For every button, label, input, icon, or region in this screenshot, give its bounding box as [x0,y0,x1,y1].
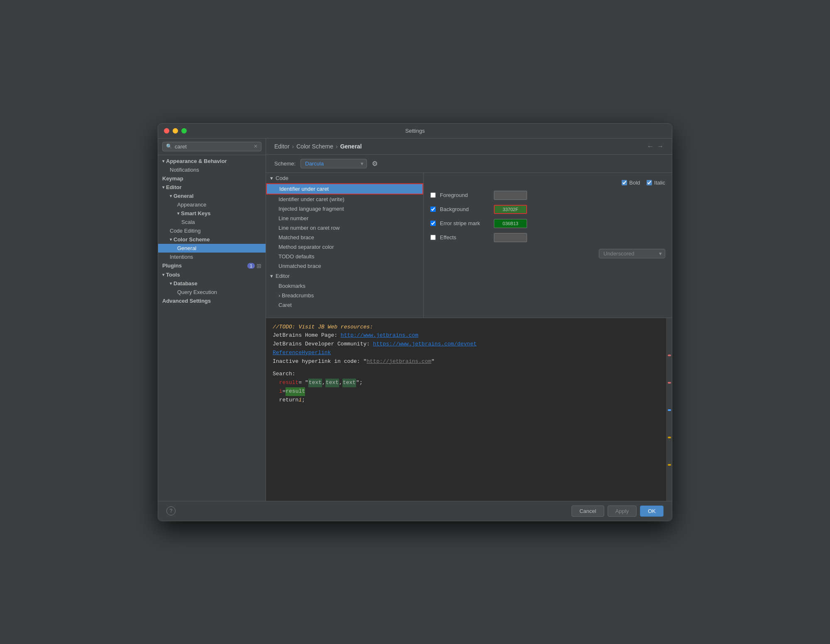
effects-style-select[interactable]: Underscored Dotted line Bold underscored… [599,249,665,258]
sidebar-item-keymap[interactable]: Keymap [158,174,266,183]
tree-list-panel: ▾ Code Identifier under caret Identifier… [266,173,424,318]
underscored-row: Underscored Dotted line Bold underscored… [430,249,665,258]
expand-arrow-tools: ▾ [162,272,164,277]
preview-line-4: ReferenceHyperlink [273,349,659,357]
effects-checkbox[interactable] [430,235,436,240]
background-checkbox[interactable] [430,207,436,212]
sidebar-item-intentions[interactable]: Intentions [158,253,266,261]
sidebar-item-code-editing[interactable]: Code Editing [158,226,266,235]
preview-line-2: JetBrains Home Page: http://www.jetbrain… [273,331,659,340]
apply-button[interactable]: Apply [608,505,637,517]
sidebar-item-advanced-settings[interactable]: Advanced Settings [158,296,266,305]
effects-label: Effects [440,234,490,241]
background-color-box[interactable]: 33702F [494,205,527,214]
minimize-button[interactable] [173,128,178,134]
italic-checkbox[interactable] [647,180,652,185]
search-input[interactable] [175,143,251,150]
tree-list-item-method-sep[interactable]: Method separator color [266,242,423,252]
effects-color-box[interactable] [494,233,527,242]
jb-home-link[interactable]: http://www.jetbrains.com [341,331,418,340]
preview-indent-2 [273,387,279,396]
scheme-row: Scheme: Darcula Default High Contrast ⚙ [266,155,672,173]
bold-checkbox[interactable] [622,180,627,185]
preview-line-7: result = "text, text, text"; [273,379,659,387]
properties-panel: Bold Italic Foreground [424,173,672,318]
tree-list-item-breadcrumbs[interactable]: › Breadcrumbs [266,291,423,300]
sidebar-item-general-color[interactable]: General [158,244,266,253]
sidebar-item-color-scheme[interactable]: ▾ Color Scheme [158,235,266,244]
scrollbar[interactable] [666,318,672,501]
italic-checkbox-item: Italic [647,180,665,186]
reference-hyperlink[interactable]: ReferenceHyperlink [273,349,331,357]
tree-list-item-identifier-caret-write[interactable]: Identifier under caret (write) [266,194,423,204]
sidebar-item-notifications[interactable]: Notifications [158,165,266,174]
preview-line-8: i = result [273,387,659,396]
todo-comment: //TODO: Visit JB Web resources: [273,323,373,332]
preview-indent-3 [273,396,279,405]
tree-list-item-unmatched[interactable]: Unmatched brace [266,261,423,271]
search-match-3: text [342,379,356,387]
scroll-marker-5 [668,464,671,466]
tree-list-item-identifier-caret[interactable]: Identifier under caret [266,183,423,194]
tree-list-item-todo[interactable]: TODO defaults [266,252,423,261]
background-label: Background [440,206,490,212]
sidebar-item-query-execution[interactable]: Query Execution [158,288,266,296]
foreground-checkbox[interactable] [430,192,436,198]
tree-list-item-caret[interactable]: Caret [266,300,423,310]
tree-list-item-bookmarks[interactable]: Bookmarks [266,281,423,291]
background-value: 33702F [495,206,526,213]
scheme-gear-button[interactable]: ⚙ [372,160,378,168]
nav-forward-icon[interactable]: → [657,143,664,150]
search-icon: 🔍 [166,143,172,149]
tree-list-item-matched-brace[interactable]: Matched brace [266,233,423,242]
main-content: 🔍 ✕ ▾ Appearance & Behavior Notification… [158,139,672,501]
sidebar-item-appearance-behavior[interactable]: ▾ Appearance & Behavior [158,157,266,165]
scroll-marker-1 [668,355,671,356]
sidebar-item-general[interactable]: ▾ General [158,192,266,200]
error-stripe-checkbox[interactable] [430,221,436,226]
expand-icon-code: ▾ [270,175,273,181]
search-match-1: text [308,379,322,387]
ok-button[interactable]: OK [640,505,664,517]
foreground-color-box[interactable] [494,191,527,200]
scroll-marker-4 [668,437,671,438]
sidebar-item-tools[interactable]: ▾ Tools [158,270,266,279]
i-italic: i [298,396,302,405]
scheme-select[interactable]: Darcula Default High Contrast [300,159,367,168]
maximize-button[interactable] [181,128,187,134]
breadcrumb-sep-1: › [292,143,294,150]
nav-back-icon[interactable]: ← [647,143,654,150]
inactive-hyperlink: Inactive hyperlink in code: "http://jetb… [273,357,435,366]
tree-list-item-injected[interactable]: Injected language fragment [266,204,423,214]
sidebar-item-plugins[interactable]: Plugins 1 ⊞ [158,261,266,270]
preview-content: //TODO: Visit JB Web resources: JetBrain… [266,318,666,501]
foreground-label: Foreground [440,192,490,198]
sidebar-item-appearance[interactable]: Appearance [158,200,266,209]
expand-arrow: ▾ [162,159,164,163]
right-upper: ▾ Code Identifier under caret Identifier… [266,173,672,318]
foreground-row: Foreground [430,191,665,200]
clear-search-icon[interactable]: ✕ [254,143,258,149]
sidebar-item-editor[interactable]: ▾ Editor [158,183,266,192]
tree-list-item-line-number[interactable]: Line number [266,214,423,223]
cancel-button[interactable]: Cancel [571,505,604,517]
jb-devcomm-link[interactable]: https://www.jetbrains.com/devnet [373,340,477,349]
help-button[interactable]: ? [166,506,176,515]
expand-arrow-breadcrumbs: › [278,292,280,299]
tree-list-item-line-number-caret[interactable]: Line number on caret row [266,223,423,233]
tree-list-group-editor[interactable]: ▾ Editor [266,271,423,281]
sidebar-item-database[interactable]: ▾ Database [158,279,266,288]
close-button[interactable] [164,128,169,134]
scheme-select-wrap: Darcula Default High Contrast [300,159,367,168]
scheme-label: Scheme: [274,160,295,167]
window-title: Settings [405,128,425,134]
preview-area: //TODO: Visit JB Web resources: JetBrain… [266,318,672,501]
comma-1: , [322,379,325,387]
sidebar-item-scala[interactable]: Scala [158,218,266,226]
sidebar-item-smart-keys[interactable]: ▾ Smart Keys [158,209,266,218]
error-stripe-color-box[interactable]: 036B13 [494,219,527,228]
preview-spacer [273,366,659,370]
tree-list-group-code[interactable]: ▾ Code [266,173,423,183]
search-label: Search: [273,370,295,379]
preview-line-3: JetBrains Developer Community: https://w… [273,340,659,349]
